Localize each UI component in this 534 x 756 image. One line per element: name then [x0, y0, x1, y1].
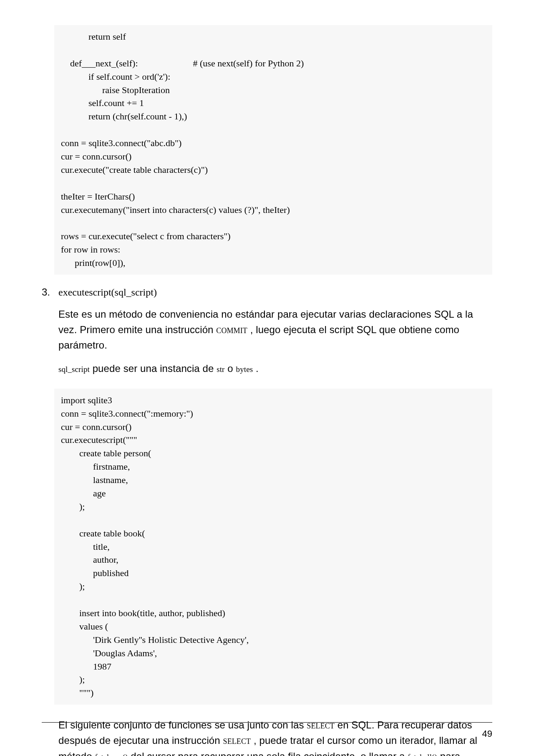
page-number: 49	[482, 728, 492, 739]
inline-code-str: str	[217, 365, 224, 374]
text-run: puede ser una instancia de	[90, 363, 217, 374]
paragraph-sqlscript-types: sql_script puede ser una instancia de st…	[58, 361, 492, 376]
list-item-3: 3. executescript(sql_script)	[42, 286, 492, 298]
text-run: El siguiente conjunto de funciones se us…	[58, 719, 307, 731]
inline-code-fetchone: fetchone()	[95, 753, 128, 756]
document-page: return self def___next_(self): # (use ne…	[0, 0, 534, 756]
text-run: .	[253, 363, 259, 374]
inline-code-sqlscript: sql_script	[58, 365, 90, 374]
code-block-iterchars: return self def___next_(self): # (use ne…	[54, 25, 492, 275]
inline-code-select: SELECT	[307, 722, 335, 730]
text-run: o	[225, 363, 236, 374]
paragraph-description: Este es un método de conveniencia no est…	[58, 306, 492, 353]
code-block-executescript: import sqlite3 conn = sqlite3.connect(":…	[54, 389, 492, 705]
text-run: del cursor para recuperar una sola fila …	[128, 751, 408, 756]
list-title-executescript: executescript(sql_script)	[58, 287, 157, 298]
list-number: 3.	[42, 286, 58, 298]
paragraph-select-functions: El siguiente conjunto de funciones se us…	[58, 717, 492, 756]
inline-code-fetchall: fetchall()	[408, 753, 437, 756]
inline-code-select: SELECT	[223, 737, 251, 746]
inline-code-bytes: bytes	[236, 365, 253, 374]
footer-divider	[42, 722, 492, 723]
inline-code-commit: COMMIT	[216, 326, 247, 335]
